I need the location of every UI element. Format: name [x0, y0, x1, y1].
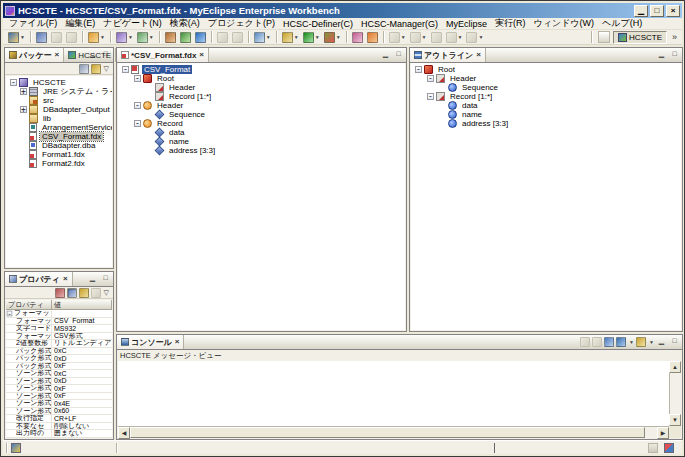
- tree-node-root[interactable]: -Root: [413, 65, 681, 74]
- scroll-up-icon[interactable]: ▲: [669, 361, 681, 373]
- menu-item[interactable]: プロジェクト(P): [204, 17, 279, 30]
- dropdown-arrow-icon[interactable]: ▼: [478, 34, 483, 40]
- expander-icon[interactable]: -: [427, 75, 434, 82]
- menu-item[interactable]: HCSC-Definer(C): [279, 19, 357, 29]
- tree-node-data[interactable]: data: [120, 128, 405, 137]
- tree-node-dbadapter-output[interactable]: +DBadapter_Output: [8, 105, 112, 114]
- new-hcsc-wizard-button[interactable]: ▼: [87, 31, 106, 44]
- menu-item[interactable]: ファイル(F): [5, 17, 61, 30]
- debug-as-button[interactable]: ▼: [115, 31, 134, 44]
- redo-button[interactable]: [231, 31, 244, 44]
- tree-node-address-3-3[interactable]: address [3:3]: [413, 119, 681, 128]
- maximize-view-button[interactable]: □: [669, 49, 680, 60]
- pin-console-button[interactable]: [604, 337, 614, 347]
- expander-icon[interactable]: -: [415, 66, 422, 73]
- view-menu-button[interactable]: ▽: [103, 64, 110, 74]
- new-java-package-button[interactable]: [164, 31, 177, 44]
- tree-node-dbadapter-dba[interactable]: DBadapter.dba: [8, 141, 112, 150]
- property-row[interactable]: ゾーン形式0x4E: [6, 400, 112, 408]
- expander-icon[interactable]: -: [427, 93, 434, 100]
- tree-node-arrangementservice-wsdl[interactable]: ArrangementService.wsdl: [8, 123, 112, 132]
- property-row[interactable]: -フォーマット情: [6, 310, 112, 318]
- tab-outline[interactable]: アウトライン ×: [410, 48, 486, 62]
- property-row[interactable]: パック形式0xF: [6, 363, 112, 371]
- property-row[interactable]: パック形式0xD: [6, 355, 112, 363]
- progress-indicator-icon[interactable]: [648, 443, 658, 453]
- tree-node-root[interactable]: -Root: [120, 74, 405, 83]
- view-menu-button[interactable]: ▽: [103, 288, 110, 298]
- show-categories-button[interactable]: [67, 288, 77, 298]
- property-row[interactable]: 改行指定CR+LF: [6, 415, 112, 423]
- collapse-all-button[interactable]: [79, 64, 89, 74]
- last-edit-location-button[interactable]: [430, 31, 443, 44]
- expander-icon[interactable]: -: [134, 120, 141, 127]
- dropdown-arrow-icon[interactable]: ▼: [336, 34, 341, 40]
- property-row[interactable]: 出力時の囲まない: [6, 430, 112, 438]
- dropdown-arrow-icon[interactable]: ▼: [458, 34, 463, 40]
- new-wizard-button[interactable]: ▼: [7, 31, 26, 44]
- minimize-view-button[interactable]: ▁: [380, 49, 391, 60]
- tree-node-header[interactable]: -Header: [120, 101, 405, 110]
- dropdown-arrow-icon[interactable]: ▼: [629, 339, 634, 345]
- menu-item[interactable]: 実行(R): [491, 17, 530, 30]
- tab-properties[interactable]: プロパティ ×: [5, 272, 73, 286]
- open-web-browser-button[interactable]: [194, 31, 207, 44]
- tree-node-record-1[interactable]: Record [1:*]: [120, 92, 405, 101]
- dropdown-arrow-icon[interactable]: ▼: [422, 34, 427, 40]
- expander-icon[interactable]: +: [20, 106, 27, 113]
- minimize-view-button[interactable]: ▁: [87, 49, 98, 60]
- tree-node-name[interactable]: name: [120, 137, 405, 146]
- new-java-class-button[interactable]: [179, 31, 192, 44]
- tree-node-lib[interactable]: lib: [8, 114, 112, 123]
- open-perspective-button[interactable]: [598, 31, 610, 43]
- tree-node-sequence[interactable]: Sequence: [120, 110, 405, 119]
- property-row[interactable]: フォーマットCSV形式: [6, 333, 112, 341]
- perspective-overflow-chevron[interactable]: »: [672, 32, 677, 42]
- tree-node-format2-fdx[interactable]: Format2.fdx: [8, 159, 112, 168]
- tab-console[interactable]: コンソール ×: [117, 335, 184, 349]
- tree-node-jre-jdk[interactable]: +JRE システム・ライブラリー [jdk]: [8, 87, 112, 96]
- expander-icon[interactable]: -: [134, 102, 141, 109]
- menu-item[interactable]: ナビゲート(N): [99, 17, 165, 30]
- dropdown-arrow-icon[interactable]: ▼: [149, 34, 154, 40]
- scroll-down-icon[interactable]: ▼: [669, 414, 681, 426]
- minimize-window-button[interactable]: ▁: [634, 5, 648, 17]
- property-row[interactable]: 文字コードMS932: [6, 325, 112, 333]
- column-value[interactable]: 値: [52, 300, 112, 309]
- maximize-view-button[interactable]: □: [669, 336, 680, 347]
- expander-icon[interactable]: -: [134, 75, 141, 82]
- close-icon[interactable]: ×: [62, 275, 68, 283]
- close-icon[interactable]: ×: [198, 51, 204, 59]
- tree-node-csv-format[interactable]: -CSV_Format: [120, 65, 405, 74]
- property-row[interactable]: フォーマットCSV_Format: [6, 318, 112, 326]
- dropdown-arrow-icon[interactable]: ▼: [401, 34, 406, 40]
- tree-node-address-3-3[interactable]: address [3:3]: [120, 146, 405, 155]
- minimize-view-button[interactable]: ▁: [656, 336, 667, 347]
- tree-node-src[interactable]: src: [8, 96, 112, 105]
- save-all-button[interactable]: [50, 31, 63, 44]
- console-output-area[interactable]: ▲ ▼ ◀ ▶: [118, 361, 681, 438]
- heap-status-icon[interactable]: [664, 443, 674, 453]
- display-selected-console-button[interactable]: [616, 337, 626, 347]
- expander-icon[interactable]: -: [7, 310, 13, 316]
- open-type-button[interactable]: [366, 31, 379, 44]
- dropdown-arrow-icon[interactable]: ▼: [649, 339, 654, 345]
- tree-node-header[interactable]: -Header: [413, 74, 681, 83]
- dropdown-arrow-icon[interactable]: ▼: [294, 34, 299, 40]
- undo-button[interactable]: [216, 31, 229, 44]
- property-row[interactable]: ゾーン形式0x60: [6, 408, 112, 416]
- run-button[interactable]: ▼: [302, 31, 321, 44]
- dropdown-arrow-icon[interactable]: ▼: [266, 34, 271, 40]
- property-row[interactable]: ゾーン形式0xD: [6, 378, 112, 386]
- tree-node-record-1[interactable]: -Record [1:*]: [413, 92, 681, 101]
- maximize-view-button[interactable]: □: [100, 49, 111, 60]
- dropdown-arrow-icon[interactable]: ▼: [20, 34, 25, 40]
- menu-item[interactable]: ウィンドウ(W): [530, 17, 599, 30]
- forward-button[interactable]: ▼: [465, 31, 484, 44]
- show-advanced-properties-button[interactable]: [55, 288, 65, 298]
- property-row[interactable]: パック形式0xC: [6, 348, 112, 356]
- run-as-button[interactable]: ▼: [136, 31, 155, 44]
- tab-csv-format-editor[interactable]: *CSV_Format.fdx ×: [117, 48, 209, 62]
- property-row[interactable]: ゾーン形式0xF: [6, 393, 112, 401]
- restore-defaults-button[interactable]: [91, 288, 101, 298]
